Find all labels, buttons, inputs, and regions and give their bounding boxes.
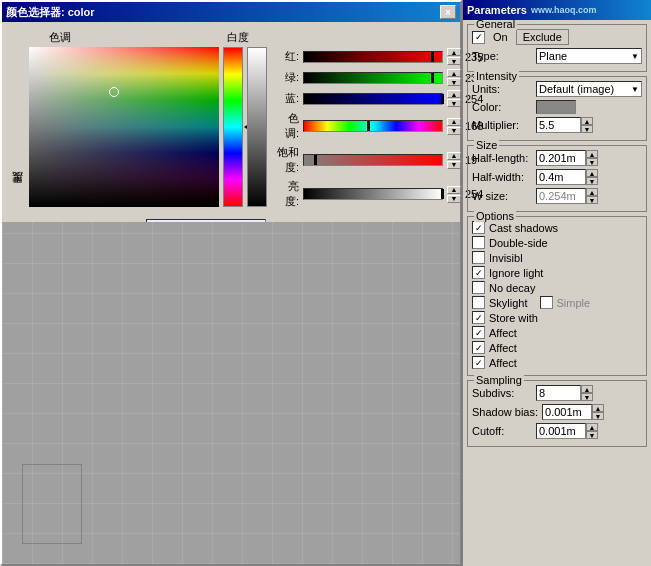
color-picker-top: 色调 白度 黑度: [10, 30, 452, 209]
w-size-row: W size: ▲ ▼: [472, 188, 642, 204]
black-label: 黑度: [10, 62, 25, 192]
half-length-input[interactable]: [536, 150, 586, 166]
bright-label: 亮度:: [275, 179, 299, 209]
skylight-checkbox[interactable]: [472, 296, 485, 309]
hue-h-spinner[interactable]: ▲ ▼: [447, 118, 461, 135]
bright-down-btn[interactable]: ▼: [447, 195, 461, 203]
half-length-down-btn[interactable]: ▼: [586, 158, 598, 166]
half-width-up-btn[interactable]: ▲: [586, 169, 598, 177]
w-size-up-btn[interactable]: ▲: [586, 188, 598, 196]
skylight-row: Skylight Simple: [472, 296, 642, 309]
on-checkbox[interactable]: ✓: [472, 31, 485, 44]
affect1-checkbox[interactable]: ✓: [472, 326, 485, 339]
green-slider[interactable]: [303, 72, 443, 84]
color-swatch[interactable]: [536, 100, 576, 114]
units-dropdown-arrow: ▼: [631, 85, 639, 94]
bright-spinner[interactable]: ▲ ▼: [447, 186, 461, 203]
sat-down-btn[interactable]: ▼: [447, 161, 461, 169]
shadow-bias-down-btn[interactable]: ▼: [592, 412, 604, 420]
subdivs-up-btn[interactable]: ▲: [581, 385, 593, 393]
cutoff-spin-btns: ▲ ▼: [586, 423, 598, 439]
background-scene: [2, 222, 460, 564]
close-button[interactable]: ×: [440, 5, 456, 19]
subdivs-input[interactable]: [536, 385, 581, 401]
half-width-row: Half-width: ▲ ▼: [472, 169, 642, 185]
multiplier-input[interactable]: [536, 117, 581, 133]
spectrum-labels: 色调 白度: [29, 30, 249, 45]
shadow-bias-row: Shadow bias: ▲ ▼: [472, 404, 642, 420]
half-width-spinner: ▲ ▼: [536, 169, 598, 185]
affect2-row: ✓ Affect: [472, 341, 642, 354]
blue-spinner[interactable]: ▲ ▼: [447, 90, 461, 107]
type-value: Plane: [539, 50, 567, 62]
cutoff-down-btn[interactable]: ▼: [586, 431, 598, 439]
affect2-checkbox[interactable]: ✓: [472, 341, 485, 354]
sat-slider-row: 饱和度: ▲ ▼ 19: [275, 145, 493, 175]
bright-up-btn[interactable]: ▲: [447, 186, 461, 194]
hue-h-down-btn[interactable]: ▼: [447, 127, 461, 135]
skylight-label: Skylight: [489, 297, 528, 309]
cast-shadows-row: ✓ Cast shadows: [472, 221, 642, 234]
affect3-checkbox[interactable]: ✓: [472, 356, 485, 369]
spectrum-wrapper: 黑度: [10, 47, 267, 207]
green-up-btn[interactable]: ▲: [447, 69, 461, 77]
color-label: Color:: [472, 101, 532, 113]
half-width-input[interactable]: [536, 169, 586, 185]
multiplier-spin-btns: ▲ ▼: [581, 117, 593, 133]
multiplier-row: Multiplier: ▲ ▼: [472, 117, 642, 133]
ignore-light-checkbox[interactable]: ✓: [472, 266, 485, 279]
sat-slider[interactable]: [303, 154, 443, 166]
cutoff-input[interactable]: [536, 423, 586, 439]
exclude-button[interactable]: Exclude: [516, 29, 569, 45]
color-gradient-box[interactable]: [29, 47, 219, 207]
shadow-bias-input[interactable]: [542, 404, 592, 420]
green-spinner[interactable]: ▲ ▼: [447, 69, 461, 86]
cutoff-row: Cutoff: ▲ ▼: [472, 423, 642, 439]
bright-slider[interactable]: [303, 188, 443, 200]
no-decay-checkbox[interactable]: [472, 281, 485, 294]
green-down-btn[interactable]: ▼: [447, 78, 461, 86]
watermark: www.haoq.com: [531, 5, 597, 15]
cast-shadows-label: Cast shadows: [489, 222, 558, 234]
multiplier-spinner: ▲ ▼: [536, 117, 593, 133]
subdivs-down-btn[interactable]: ▼: [581, 393, 593, 401]
type-dropdown[interactable]: Plane ▼: [536, 48, 642, 64]
blue-label: 蓝:: [275, 91, 299, 106]
bright-slider-row: 亮度: ▲ ▼ 254: [275, 179, 493, 209]
store-with-label: Store with: [489, 312, 538, 324]
wireframe-figure: [22, 464, 82, 544]
double-side-label: Double-side: [489, 237, 548, 249]
hue-h-slider[interactable]: [303, 120, 443, 132]
half-length-up-btn[interactable]: ▲: [586, 150, 598, 158]
red-slider[interactable]: [303, 51, 443, 63]
brightness-slider[interactable]: [247, 47, 267, 207]
blue-down-btn[interactable]: ▼: [447, 99, 461, 107]
simple-checkbox[interactable]: [540, 296, 553, 309]
red-spinner[interactable]: ▲ ▼: [447, 48, 461, 65]
w-size-down-btn[interactable]: ▼: [586, 196, 598, 204]
type-row: Type: Plane ▼: [472, 48, 642, 64]
sat-spinner[interactable]: ▲ ▼: [447, 152, 461, 169]
hue-slider[interactable]: [223, 47, 243, 207]
w-size-input[interactable]: [536, 188, 586, 204]
cutoff-up-btn[interactable]: ▲: [586, 423, 598, 431]
red-down-btn[interactable]: ▼: [447, 57, 461, 65]
blue-slider[interactable]: [303, 93, 443, 105]
no-decay-label: No decay: [489, 282, 535, 294]
hue-h-up-btn[interactable]: ▲: [447, 118, 461, 126]
red-up-btn[interactable]: ▲: [447, 48, 461, 56]
store-with-checkbox[interactable]: ✓: [472, 311, 485, 324]
shadow-bias-up-btn[interactable]: ▲: [592, 404, 604, 412]
multiplier-down-btn[interactable]: ▼: [581, 125, 593, 133]
cast-shadows-checkbox[interactable]: ✓: [472, 221, 485, 234]
double-side-checkbox[interactable]: [472, 236, 485, 249]
sat-up-btn[interactable]: ▲: [447, 152, 461, 160]
units-value: Default (image): [539, 83, 614, 95]
affect1-row: ✓ Affect: [472, 326, 642, 339]
units-dropdown[interactable]: Default (image) ▼: [536, 81, 642, 97]
multiplier-up-btn[interactable]: ▲: [581, 117, 593, 125]
half-width-down-btn[interactable]: ▼: [586, 177, 598, 185]
invisible-checkbox[interactable]: [472, 251, 485, 264]
no-decay-row: No decay: [472, 281, 642, 294]
blue-up-btn[interactable]: ▲: [447, 90, 461, 98]
